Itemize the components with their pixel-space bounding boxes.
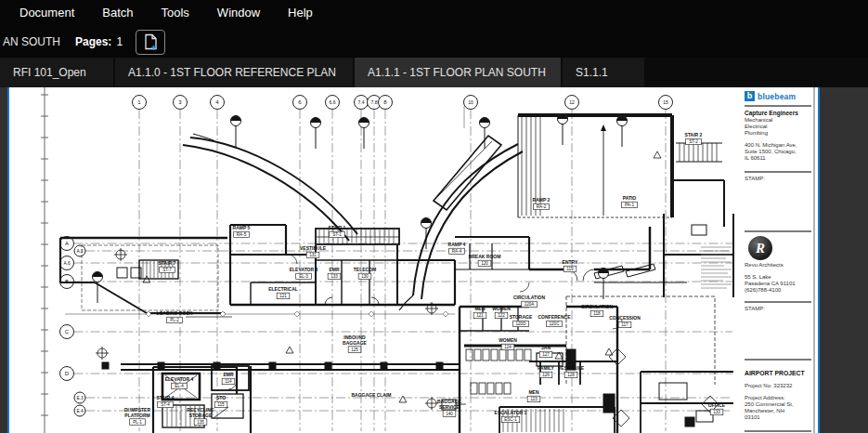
document-tab-1[interactable]: A1.1.0 - 1ST FLOOR REFERENCE PLAN	[115, 58, 353, 87]
revu-logo: R	[748, 236, 772, 260]
room-label: EMR114	[222, 372, 235, 385]
svg-text:WOMEN: WOMEN	[499, 337, 517, 343]
room-label: OFFICE133	[708, 402, 726, 415]
tab-label: RFI 101_Open	[13, 66, 86, 79]
section-marker-icon	[231, 116, 241, 148]
section-marker-icon	[558, 114, 568, 146]
project-title: AIRPORT PROJECT	[745, 369, 811, 377]
title-block: b bluebeam Capture Engineers MechanicalE…	[740, 87, 814, 433]
svg-text:STAIR 7: STAIR 7	[159, 260, 176, 266]
svg-text:ST-1: ST-1	[332, 232, 342, 237]
project-address-line: Manchester, NH	[745, 408, 811, 414]
svg-text:120: 120	[481, 261, 488, 266]
document-tab-2[interactable]: A1.1.1 - 1ST FLOOR PLAN SOUTH✕	[355, 58, 561, 87]
room-label: ELEVATOR 3EL-3	[290, 267, 318, 280]
room-label: STAIR 7ST-7	[159, 260, 176, 273]
svg-text:STAIR 1: STAIR 1	[329, 225, 346, 230]
menu-item-batch[interactable]: Batch	[88, 0, 147, 26]
svg-text:123: 123	[530, 397, 538, 401]
svg-text:A: A	[65, 241, 69, 246]
svg-text:ENTRY: ENTRY	[563, 259, 578, 265]
room-label: BAGGAGESERVICE140	[437, 399, 462, 416]
svg-text:7.8: 7.8	[371, 99, 378, 105]
firm1-discipline: Plumbing	[745, 130, 811, 137]
room-label: ELECTRICAL121	[268, 286, 298, 299]
svg-text:CIRCULATION: CIRCULATION	[581, 304, 613, 309]
svg-text:117: 117	[621, 322, 628, 327]
svg-text:125: 125	[351, 348, 358, 352]
tab-label: A1.1.0 - 1ST FLOOR REFERENCE PLAN	[128, 66, 336, 79]
svg-text:ESC-1: ESC-1	[504, 417, 517, 422]
room-label: STO115	[214, 395, 227, 408]
svg-text:122: 122	[498, 313, 505, 318]
section-marker-icon	[93, 272, 103, 304]
svg-text:6.6: 6.6	[330, 99, 336, 105]
firm2-name: Revu Architects	[745, 262, 811, 269]
menu-item-help[interactable]: Help	[274, 0, 327, 26]
svg-text:EMR: EMR	[329, 267, 340, 272]
svg-text:VESTIBULE: VESTIBULE	[300, 245, 327, 251]
svg-text:STAIR 2: STAIR 2	[685, 132, 703, 138]
document-tab-3[interactable]: S1.1.1	[563, 58, 644, 87]
svg-text:ESCALATOR 1: ESCALATOR 1	[495, 410, 527, 415]
svg-text:LOADING DOCK: LOADING DOCK	[156, 310, 193, 316]
svg-text:EMR: EMR	[223, 372, 234, 377]
room-label: RECYCLINGSTORAGE135	[187, 407, 214, 425]
svg-text:EL-4: EL-4	[175, 384, 184, 388]
svg-text:ST-2: ST-2	[689, 139, 698, 144]
tab-label: A1.1.1 - 1ST FLOOR PLAN SOUTH	[368, 66, 546, 79]
svg-text:131: 131	[309, 253, 317, 257]
room-label: ELEVATOR 4EL-4	[165, 376, 194, 389]
svg-text:RAMP 5: RAMP 5	[233, 225, 251, 230]
svg-text:PLATFORM: PLATFORM	[124, 413, 149, 418]
svg-text:121: 121	[476, 313, 484, 318]
svg-text:BAGGAGE CLAIM: BAGGAGE CLAIM	[351, 392, 391, 398]
insert-page-button[interactable]	[136, 30, 165, 55]
menu-item-document[interactable]: Document	[6, 0, 88, 26]
room-label: STAIR 2ST-2	[685, 132, 703, 145]
svg-text:133: 133	[713, 410, 720, 414]
svg-text:FAMILY: FAMILY	[538, 365, 555, 371]
svg-text:128: 128	[567, 373, 575, 377]
room-label: VESTIBULE131	[300, 245, 327, 258]
document-tab-bar: RFI 101_OpenA1.1.0 - 1ST FLOOR REFERENCE…	[0, 58, 868, 87]
room-label: STAIR 1ST-1	[329, 225, 346, 238]
svg-text:CONCESSION: CONCESSION	[609, 315, 641, 321]
room-label: EMR133	[328, 267, 341, 280]
menu-item-window[interactable]: Window	[203, 0, 274, 26]
svg-text:CONFERENCE: CONFERENCE	[538, 314, 571, 320]
room-label: RAMP 4RA-4	[448, 242, 466, 255]
plan-symbols	[96, 151, 719, 426]
room-label: TELECOM130	[354, 267, 376, 280]
firm2-address-line: 55 S. Lake	[745, 274, 811, 281]
svg-text:PA-1: PA-1	[625, 203, 634, 207]
bluebeam-logo: b bluebeam	[745, 90, 811, 102]
room-label: BAGGAGE CLAIM	[351, 392, 391, 398]
svg-text:OFFICE: OFFICE	[708, 402, 726, 408]
svg-text:STO: STO	[216, 395, 226, 400]
room-label: PATIOPA-1	[622, 195, 638, 208]
menu-item-tools[interactable]: Tools	[148, 0, 203, 26]
section-marker-icon	[617, 116, 628, 148]
document-viewport: 13466.67.47.88101215AA.2A.6BCDE.3E.4	[0, 87, 868, 433]
room-label: DUMPSTERPLATFORMPL-1	[124, 407, 150, 425]
svg-text:120D: 120D	[516, 321, 527, 326]
svg-text:120C: 120C	[550, 321, 561, 326]
section-marker-icon	[311, 118, 321, 150]
document-tab-0[interactable]: RFI 101_Open	[0, 58, 113, 87]
svg-text:TELECOM: TELECOM	[354, 267, 376, 272]
drawing-page[interactable]: 13466.67.47.88101215AA.2A.6BCDE.3E.4	[9, 87, 818, 433]
svg-text:ELECTRICAL: ELECTRICAL	[268, 286, 298, 292]
svg-text:MEN: MEN	[474, 306, 486, 311]
pages-count: 1	[116, 35, 123, 48]
room-label: INBOUNDBAGGAGE125	[343, 335, 368, 352]
svg-text:PL-1: PL-1	[133, 420, 142, 425]
firm2-address-line: (626)788-4100	[745, 287, 811, 294]
section-marker-icon	[599, 269, 609, 300]
svg-text:E.4: E.4	[76, 409, 84, 413]
svg-text:124: 124	[504, 345, 512, 349]
svg-text:RA-2: RA-2	[537, 204, 547, 209]
svg-text:JAN: JAN	[541, 345, 551, 350]
svg-text:15: 15	[663, 99, 668, 105]
firm2-address-line: Pasadena CA 91101	[745, 281, 811, 287]
